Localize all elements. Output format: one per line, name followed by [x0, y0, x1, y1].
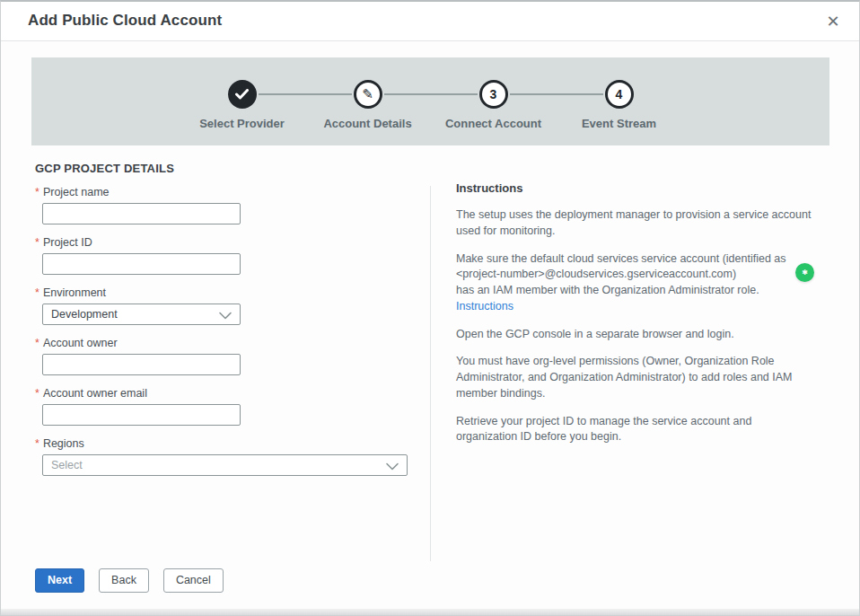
instructions-paragraph-5: Retrieve your project ID to manage the s…	[456, 414, 815, 446]
instructions-paragraph-4: You must have org-level permissions (Own…	[456, 354, 815, 401]
check-icon	[235, 89, 249, 100]
step-1-label: Select Provider	[199, 117, 285, 130]
account-owner-label: *Account owner	[35, 337, 412, 349]
dialog-footer: Next Back Cancel	[35, 568, 224, 593]
instructions-title: Instructions	[456, 181, 815, 195]
step-connect-account[interactable]: 3 Connect Account	[431, 80, 557, 130]
chevron-down-icon	[219, 312, 232, 320]
instructions-link[interactable]: Instructions	[456, 300, 513, 312]
step-4-label: Event Stream	[582, 117, 656, 130]
dialog-title: Add Public Cloud Account	[28, 12, 222, 30]
field-project-name: *Project name	[35, 186, 412, 224]
required-marker: *	[35, 437, 39, 450]
project-name-label: *Project name	[35, 186, 412, 198]
beacon-star-icon: ✱	[802, 269, 808, 277]
environment-label: *Environment	[35, 286, 412, 299]
instructions-paragraph-1: The setup uses the deployment manager to…	[456, 207, 815, 240]
step-select-provider[interactable]: Select Provider	[180, 80, 305, 130]
regions-placeholder: Select	[51, 459, 83, 471]
regions-label: *Regions	[35, 437, 412, 450]
hint-beacon[interactable]: ✱	[795, 263, 814, 282]
account-owner-email-label: *Account owner email	[35, 387, 412, 400]
close-icon[interactable]: ✕	[821, 10, 845, 33]
required-marker: *	[35, 337, 39, 349]
project-id-input[interactable]	[42, 253, 241, 275]
field-environment: *Environment Development	[35, 286, 412, 325]
environment-selected-value: Development	[51, 308, 118, 321]
cancel-button[interactable]: Cancel	[163, 568, 224, 593]
step-4-circle: 4	[605, 80, 634, 109]
account-owner-input[interactable]	[42, 354, 241, 375]
required-marker: *	[35, 186, 39, 198]
field-account-owner: *Account owner	[35, 337, 412, 375]
instructions-paragraph-2: Make sure the default cloud services ser…	[456, 251, 815, 315]
environment-select[interactable]: Development	[42, 304, 241, 325]
back-button[interactable]: Back	[99, 568, 149, 593]
required-marker: *	[35, 286, 39, 299]
project-id-label: *Project ID	[35, 236, 412, 249]
instructions-paragraph-3: Open the GCP console in a separate brows…	[456, 327, 815, 343]
field-project-id: *Project ID	[35, 236, 412, 275]
field-regions: *Regions Select	[35, 437, 412, 476]
add-public-cloud-account-dialog: Add Public Cloud Account ✕ Select Provid…	[0, 0, 860, 616]
stepper: Select Provider ✎ Account Details 3 Conn…	[180, 80, 682, 130]
step-3-label: Connect Account	[445, 117, 541, 130]
section-title-gcp-project-details: GCP PROJECT DETAILS	[35, 162, 174, 175]
account-owner-email-input[interactable]	[42, 404, 241, 426]
dialog-header: Add Public Cloud Account ✕	[1, 2, 859, 41]
gcp-project-form: *Project name *Project ID *Environment D…	[35, 186, 412, 488]
project-name-input[interactable]	[42, 203, 241, 224]
step-3-circle: 3	[479, 80, 508, 109]
pencil-icon: ✎	[362, 87, 373, 101]
step-2-circle: ✎	[354, 80, 382, 109]
step-1-circle	[228, 80, 257, 109]
required-marker: *	[35, 387, 39, 400]
next-button[interactable]: Next	[35, 568, 84, 593]
column-divider	[430, 186, 431, 561]
step-event-stream[interactable]: 4 Event Stream	[557, 80, 682, 130]
field-account-owner-email: *Account owner email	[35, 387, 412, 426]
regions-select[interactable]: Select	[42, 454, 408, 476]
stepper-band: Select Provider ✎ Account Details 3 Conn…	[31, 57, 829, 145]
instructions-panel: Instructions The setup uses the deployme…	[456, 181, 815, 457]
chevron-down-icon	[386, 462, 399, 471]
step-account-details[interactable]: ✎ Account Details	[305, 80, 431, 130]
required-marker: *	[35, 236, 39, 249]
step-2-label: Account Details	[323, 117, 411, 130]
